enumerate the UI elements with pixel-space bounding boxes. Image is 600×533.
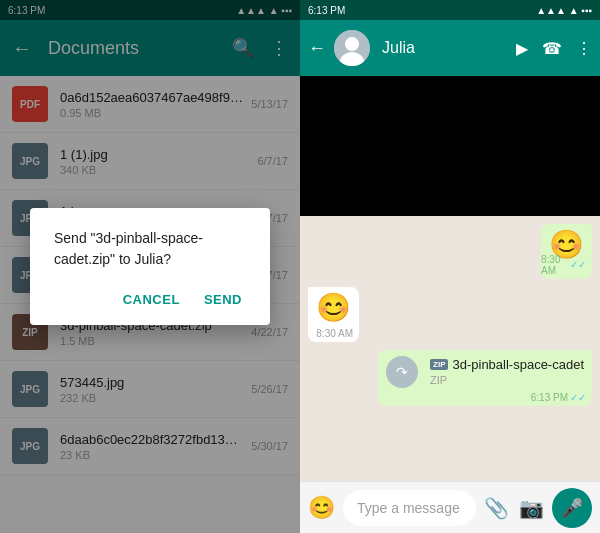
left-panel: 6:13 PM ▲▲▲ ▲ ▪▪▪ ← Documents 🔍 ⋮ PDF 0a… (0, 0, 300, 533)
message-input[interactable]: Type a message (343, 490, 476, 526)
voice-call-icon[interactable]: ☎ (542, 39, 562, 58)
more-options-icon[interactable]: ⋮ (576, 39, 592, 58)
message-time: 6:13 PM ✓✓ (531, 392, 586, 403)
forward-icon: ↷ (386, 356, 418, 388)
dialog-message: Send "3d-pinball-space-cadet.zip" to Jul… (54, 228, 246, 270)
cancel-button[interactable]: CANCEL (119, 286, 184, 313)
video-area (300, 76, 600, 216)
dialog-overlay: Send "3d-pinball-space-cadet.zip" to Jul… (0, 0, 300, 533)
file-bubble-name: 3d-pinball-space-cadet (452, 357, 584, 372)
right-panel: 6:13 PM ▲▲▲ ▲ ▪▪▪ ← Julia ▶ ☎ ⋮ 😊 (300, 0, 600, 533)
dialog-actions: CANCEL SEND (54, 286, 246, 313)
chat-header: ← Julia ▶ ☎ ⋮ (300, 20, 600, 76)
chat-input-bar: 😊 Type a message 📎 📷 🎤 (300, 481, 600, 533)
file-message-bubble: ↷ ZIP 3d-pinball-space-cadet ZIP 6:13 PM… (378, 350, 592, 406)
message-placeholder: Type a message (357, 500, 460, 516)
time-right: 6:13 PM (308, 5, 345, 16)
mic-button[interactable]: 🎤 (552, 488, 592, 528)
mic-icon: 🎤 (561, 497, 583, 519)
message-emoji: 😊 (316, 293, 351, 324)
zip-badge: ZIP (430, 359, 448, 370)
contact-name: Julia (382, 39, 508, 57)
emoji-picker-icon[interactable]: 😊 (308, 495, 335, 521)
chat-messages: 😊 8:30 AM ✓✓ 😊 8:30 AM (300, 216, 600, 481)
message-time: 8:30 AM ✓✓ (541, 254, 586, 276)
input-icons: 📎 📷 (484, 496, 544, 520)
status-bar-right: 6:13 PM ▲▲▲ ▲ ▪▪▪ (300, 0, 600, 20)
message-row: 😊 8:30 AM (308, 287, 592, 342)
read-receipts: ✓✓ (570, 259, 586, 270)
message-bubble-received: 😊 8:30 AM (308, 287, 359, 342)
message-row: 😊 8:30 AM ✓✓ (308, 224, 592, 279)
confirm-dialog: Send "3d-pinball-space-cadet.zip" to Jul… (30, 208, 270, 325)
message-row: ↷ ZIP 3d-pinball-space-cadet ZIP 6:13 PM… (308, 350, 592, 406)
attach-icon[interactable]: 📎 (484, 496, 509, 520)
send-button[interactable]: SEND (200, 286, 246, 313)
file-details: ZIP 3d-pinball-space-cadet ZIP (430, 357, 584, 386)
back-icon-right[interactable]: ← (308, 38, 326, 59)
chat-header-icons: ▶ ☎ ⋮ (516, 39, 592, 58)
contact-avatar (334, 30, 370, 66)
read-receipts: ✓✓ (570, 392, 586, 403)
file-type-label: ZIP (430, 374, 584, 386)
svg-point-1 (345, 37, 359, 51)
file-name-row: ZIP 3d-pinball-space-cadet (430, 357, 584, 372)
message-time: 8:30 AM (316, 328, 353, 339)
chat-area: 😊 8:30 AM ✓✓ 😊 8:30 AM (300, 76, 600, 533)
status-icons-right: ▲▲▲ ▲ ▪▪▪ (536, 5, 592, 16)
camera-icon[interactable]: 📷 (519, 496, 544, 520)
message-bubble-sent: 😊 8:30 AM ✓✓ (541, 224, 592, 279)
video-call-icon[interactable]: ▶ (516, 39, 528, 58)
